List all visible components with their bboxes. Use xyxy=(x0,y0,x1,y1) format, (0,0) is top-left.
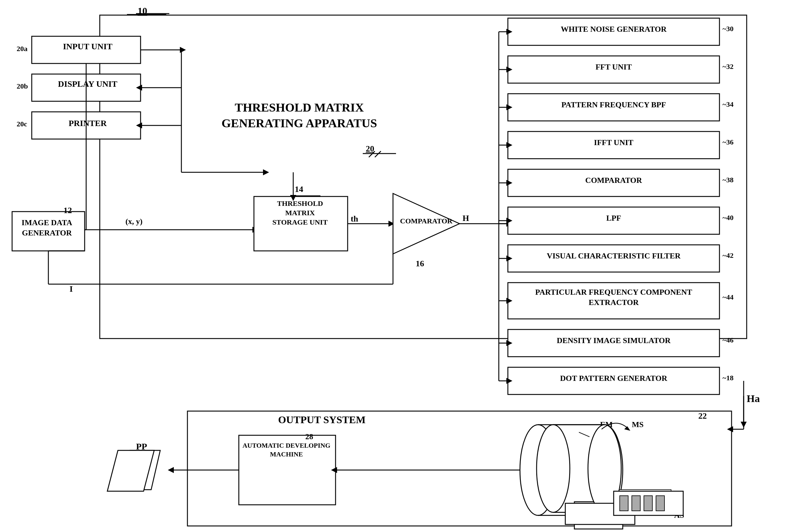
particular-frequency-component-extractor-label: PARTICULAR FREQUENCY COMPONENT EXTRACTOR xyxy=(509,287,718,308)
xy-label: (x, y) xyxy=(126,217,142,226)
ref-18: ~18 xyxy=(723,374,733,382)
svg-line-105 xyxy=(375,151,381,157)
automatic-developing-machine-label: AUTOMATIC DEVELOPING MACHINE xyxy=(240,441,332,459)
ms-label: MS xyxy=(632,420,643,429)
svg-rect-82 xyxy=(632,496,641,508)
ref-40: ~40 xyxy=(723,214,733,222)
svg-marker-25 xyxy=(388,221,394,227)
ref-20: 20 xyxy=(366,144,374,154)
svg-point-75 xyxy=(586,425,623,515)
ref-27: 27 xyxy=(565,508,573,517)
density-image-simulator-label: DENSITY IMAGE SIMULATOR xyxy=(509,336,718,345)
svg-rect-68 xyxy=(188,411,732,526)
svg-marker-19 xyxy=(263,169,269,175)
h-label: H xyxy=(463,213,469,223)
dot-pattern-generator-label: DOT PATTERN GENERATOR xyxy=(509,374,718,383)
th-label: th xyxy=(351,214,358,224)
svg-rect-93 xyxy=(565,503,635,525)
ref-20c: 20c xyxy=(17,120,27,128)
lpf-label: LPF xyxy=(509,214,718,223)
ref-10: 10 xyxy=(137,5,147,17)
pattern-frequency-bpf-label: PATTERN FREQUENCY BPF xyxy=(509,100,718,110)
ref-32: ~32 xyxy=(723,62,733,71)
svg-marker-6 xyxy=(180,47,186,53)
ref-44: ~44 xyxy=(723,293,733,301)
ref-30: ~30 xyxy=(723,25,733,33)
ha-label: Ha xyxy=(747,393,760,404)
svg-line-100 xyxy=(579,432,590,437)
svg-rect-80 xyxy=(611,490,671,508)
svg-marker-16 xyxy=(252,227,258,233)
ref-36: ~36 xyxy=(723,138,733,146)
comparator-right-label: COMPARATOR xyxy=(509,176,718,185)
input-unit-label: INPUT UNIT xyxy=(39,42,136,51)
as-label: AS xyxy=(674,511,684,520)
svg-rect-83 xyxy=(644,496,653,508)
svg-point-89 xyxy=(588,425,621,512)
fft-unit-label: FFT UNIT xyxy=(509,62,718,72)
ref-46: ~46 xyxy=(723,336,733,344)
pp-label: PP xyxy=(136,441,147,452)
printer-label: PRINTER xyxy=(39,118,136,128)
svg-marker-103 xyxy=(727,426,733,432)
svg-marker-8 xyxy=(136,84,142,91)
comparator-label: COMPARATOR xyxy=(396,217,457,225)
svg-rect-97 xyxy=(644,496,652,511)
ref-12: 12 xyxy=(63,206,72,215)
svg-marker-67 xyxy=(740,422,747,428)
svg-rect-94 xyxy=(614,491,683,515)
ref-22: 22 xyxy=(698,411,707,421)
svg-marker-73 xyxy=(168,467,174,473)
ref-14: 14 xyxy=(295,184,303,194)
svg-rect-81 xyxy=(620,496,629,508)
ref-20b: 20b xyxy=(17,82,28,90)
output-system-label: OUTPUT SYSTEM xyxy=(278,414,365,425)
svg-rect-76 xyxy=(538,425,604,515)
diagram: 10 20a INPUT UNIT 20b DISPLAY UNIT 20c P… xyxy=(0,0,789,532)
threshold-matrix-generating-apparatus-label: THRESHOLD MATRIXGENERATING APPARATUS xyxy=(163,100,435,131)
em-label: EM xyxy=(600,420,613,429)
ref-42: ~42 xyxy=(723,251,733,260)
ifft-unit-label: IFFT UNIT xyxy=(509,138,718,147)
image-data-generator-label: IMAGE DATAGENERATOR xyxy=(14,217,80,238)
threshold-matrix-storage-unit-label: THRESHOLDMATRIXSTORAGE UNIT xyxy=(255,199,345,227)
ref-26: 26 xyxy=(611,517,618,526)
visual-characteristic-filter-label: VISUAL CHARACTERISTIC FILTER xyxy=(509,251,718,261)
i-label: I xyxy=(70,284,73,294)
svg-point-77 xyxy=(520,425,556,515)
svg-rect-96 xyxy=(632,496,640,511)
svg-marker-74 xyxy=(121,450,160,490)
svg-marker-71 xyxy=(331,467,337,473)
ref-28: 28 xyxy=(305,432,313,441)
ref-20a: 20a xyxy=(17,45,27,53)
svg-marker-106 xyxy=(107,450,154,491)
svg-marker-10 xyxy=(136,122,142,129)
ref-34: ~34 xyxy=(723,100,733,109)
display-unit-label: DISPLAY UNIT xyxy=(39,79,136,89)
ref-38: ~38 xyxy=(723,176,733,184)
svg-marker-99 xyxy=(624,426,630,431)
ref-16: 16 xyxy=(416,259,424,268)
svg-rect-95 xyxy=(620,496,628,511)
white-noise-generator-label: WHITE NOISE GENERATOR xyxy=(509,25,718,34)
svg-rect-98 xyxy=(656,496,665,511)
svg-point-92 xyxy=(537,425,570,512)
